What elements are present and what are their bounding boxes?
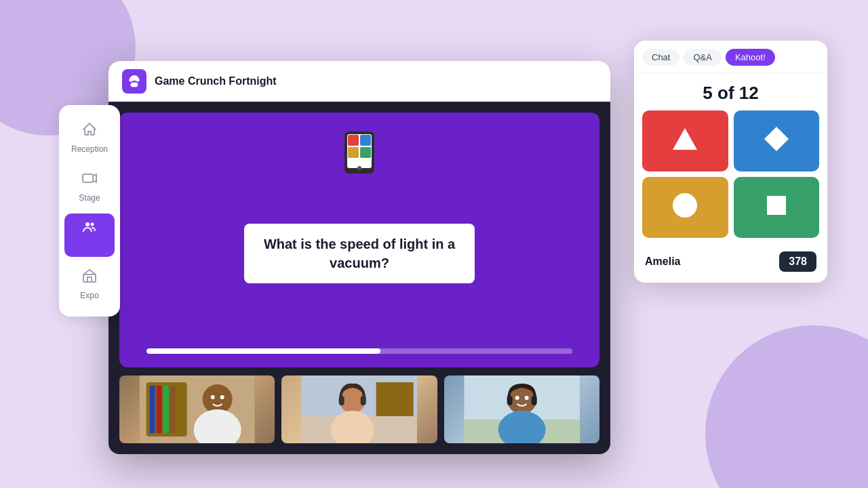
app-body: What is the speed of light in a vacuum?: [108, 102, 610, 454]
user-name: Amelia: [645, 256, 680, 268]
expo-icon: [81, 268, 98, 288]
svg-point-11: [357, 166, 361, 170]
svg-rect-3: [83, 274, 96, 282]
panel-tabs: Chat Q&A Kahoot!: [634, 41, 827, 73]
stage-label: Stage: [79, 193, 100, 203]
square-shape: [762, 190, 791, 224]
progress-bar-container: [146, 348, 572, 354]
svg-point-21: [211, 395, 215, 399]
svg-rect-4: [87, 277, 92, 282]
svg-point-38: [515, 396, 519, 400]
stage-icon: [81, 170, 98, 190]
svg-marker-41: [764, 127, 789, 151]
svg-rect-18: [170, 386, 176, 433]
svg-marker-40: [673, 128, 697, 150]
svg-rect-9: [348, 147, 359, 158]
user-score: 378: [779, 251, 816, 272]
answer-red[interactable]: [642, 110, 728, 171]
svg-rect-10: [360, 147, 371, 158]
answer-green[interactable]: [734, 177, 820, 238]
expo-label: Expo: [80, 291, 98, 300]
app-header: Game Crunch Fortnight: [108, 61, 610, 102]
svg-rect-30: [361, 396, 366, 405]
reception-label: Reception: [71, 144, 108, 154]
video-thumb-1: [119, 375, 275, 443]
triangle-shape: [670, 124, 700, 158]
sessions-icon: [81, 219, 98, 239]
svg-rect-36: [507, 396, 512, 405]
app-title: Game Crunch Fortnight: [155, 75, 277, 87]
panel-counter: 5 of 12: [634, 73, 827, 110]
app-logo: [122, 69, 146, 94]
kahoot-phone-icon: [339, 129, 380, 182]
app-window: Game Crunch Fortnight: [108, 61, 610, 454]
svg-rect-0: [83, 174, 93, 182]
svg-rect-43: [767, 196, 786, 215]
circle-shape: [670, 190, 700, 224]
video-row: [119, 375, 599, 443]
kahoot-panel: Chat Q&A Kahoot! 5 of 12: [634, 41, 827, 283]
sidebar-nav: Reception Stage Sessions: [59, 105, 120, 317]
video-thumb-2: [281, 375, 437, 443]
user-bar: Amelia 378: [634, 243, 827, 272]
sidebar-item-reception[interactable]: Reception: [64, 116, 115, 159]
svg-point-22: [220, 395, 224, 399]
sidebar-item-sessions[interactable]: Sessions: [64, 214, 115, 257]
svg-rect-15: [150, 386, 155, 433]
tab-chat[interactable]: Chat: [642, 49, 679, 66]
answer-blue[interactable]: [734, 110, 820, 171]
answer-grid: [634, 110, 827, 238]
sidebar-item-expo[interactable]: Expo: [64, 262, 115, 306]
svg-point-2: [91, 223, 94, 226]
svg-point-39: [524, 396, 528, 400]
question-box: What is the speed of light in a vacuum?: [244, 224, 475, 283]
bg-blob-bottom-right: [705, 325, 868, 488]
svg-point-42: [673, 193, 697, 218]
svg-rect-16: [157, 386, 162, 433]
svg-point-1: [85, 222, 90, 226]
svg-rect-7: [348, 135, 359, 146]
svg-rect-37: [531, 396, 536, 405]
svg-rect-8: [360, 135, 371, 146]
presentation-area: What is the speed of light in a vacuum?: [119, 113, 599, 367]
answer-yellow[interactable]: [642, 177, 728, 238]
reception-icon: [81, 121, 98, 142]
tab-kahoot[interactable]: Kahoot!: [726, 49, 775, 66]
main-content: What is the speed of light in a vacuum?: [108, 102, 610, 454]
svg-rect-26: [376, 382, 414, 416]
sessions-label: Sessions: [72, 242, 108, 251]
question-text: What is the speed of light in a vacuum?: [264, 237, 455, 270]
progress-bar-fill: [146, 348, 380, 354]
sidebar-item-stage[interactable]: Stage: [64, 165, 115, 208]
tab-qa[interactable]: Q&A: [684, 49, 721, 66]
svg-rect-17: [163, 386, 169, 433]
video-thumb-3: [444, 375, 599, 443]
svg-rect-29: [339, 396, 344, 405]
diamond-shape: [762, 124, 791, 158]
